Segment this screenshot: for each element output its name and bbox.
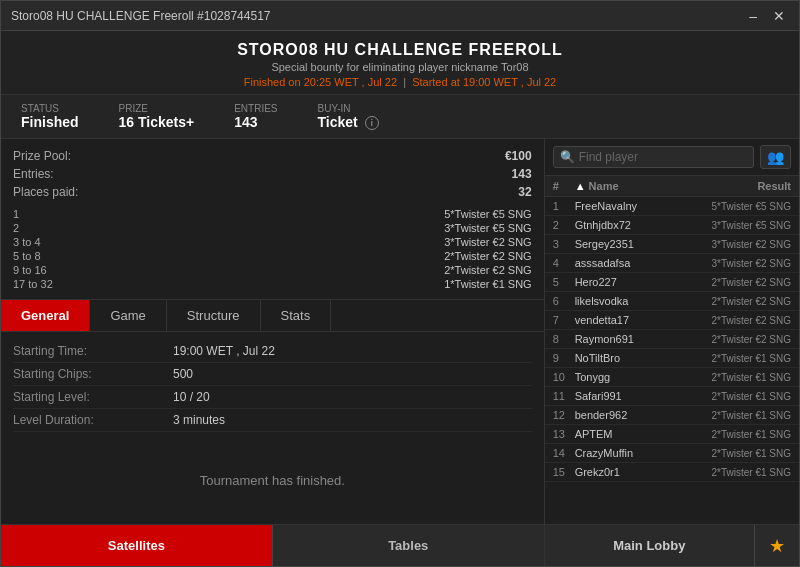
buyin-item: Buy-in Ticket i — [318, 103, 379, 130]
player-result: 3*Twister €5 SNG — [691, 220, 791, 231]
table-row[interactable]: 4asssadafsa3*Twister €2 SNG — [545, 254, 799, 273]
close-button[interactable]: ✕ — [769, 8, 789, 24]
player-result: 2*Twister €1 SNG — [691, 410, 791, 421]
player-name: bender962 — [575, 409, 691, 421]
general-value: 10 / 20 — [173, 390, 210, 404]
player-pos: 7 — [553, 314, 575, 326]
add-player-button[interactable]: 👥 — [760, 145, 791, 169]
prize-item: Prize 16 Tickets+ — [119, 103, 195, 130]
player-pos: 3 — [553, 238, 575, 250]
info-icon[interactable]: i — [365, 116, 379, 130]
place-row: 17 to 321*Twister €1 SNG — [13, 277, 532, 291]
minimize-button[interactable]: – — [745, 8, 761, 24]
table-row[interactable]: 3Sergey23513*Twister €2 SNG — [545, 235, 799, 254]
table-row[interactable]: 1FreeNavalny5*Twister €5 SNG — [545, 197, 799, 216]
favorite-button[interactable]: ★ — [755, 525, 799, 566]
player-result: 2*Twister €1 SNG — [691, 353, 791, 364]
buyin-value: Ticket i — [318, 114, 379, 130]
player-pos: 10 — [553, 371, 575, 383]
place-pos: 17 to 32 — [13, 278, 63, 290]
search-icon: 🔍 — [560, 150, 575, 164]
satellites-button[interactable]: Satellites — [1, 525, 273, 566]
player-name: CrazyMuffin — [575, 447, 691, 459]
tab-content-general: Starting Time:19:00 WET , Jul 22Starting… — [1, 332, 544, 436]
general-row: Level Duration:3 minutes — [13, 409, 532, 432]
table-row[interactable]: 9NoTiltBro2*Twister €1 SNG — [545, 349, 799, 368]
tab-general[interactable]: General — [1, 300, 90, 331]
player-result: 2*Twister €1 SNG — [691, 448, 791, 459]
player-result: 2*Twister €1 SNG — [691, 467, 791, 478]
player-result: 5*Twister €5 SNG — [691, 201, 791, 212]
buyin-label: Buy-in — [318, 103, 379, 114]
table-row[interactable]: 14CrazyMuffin2*Twister €1 SNG — [545, 444, 799, 463]
player-result: 2*Twister €2 SNG — [691, 334, 791, 345]
general-label: Starting Time: — [13, 344, 173, 358]
table-row[interactable]: 7vendetta172*Twister €2 SNG — [545, 311, 799, 330]
player-name: Grekz0r1 — [575, 466, 691, 478]
tables-button[interactable]: Tables — [273, 525, 544, 566]
search-input-wrap: 🔍 — [553, 146, 754, 168]
status-value: Finished — [21, 114, 79, 130]
right-panel: 🔍 👥 # ▲ Name Result 1FreeNavalny5*Twiste… — [545, 139, 799, 566]
player-pos: 5 — [553, 276, 575, 288]
main-lobby-button[interactable]: Main Lobby — [545, 525, 755, 566]
place-pos: 9 to 16 — [13, 264, 63, 276]
table-row[interactable]: 5Hero2272*Twister €2 SNG — [545, 273, 799, 292]
general-label: Starting Level: — [13, 390, 173, 404]
player-pos: 9 — [553, 352, 575, 364]
player-result: 2*Twister €1 SNG — [691, 391, 791, 402]
sort-arrow-icon: ▲ — [575, 180, 586, 192]
player-pos: 8 — [553, 333, 575, 345]
general-value: 19:00 WET , Jul 22 — [173, 344, 275, 358]
places-value: 32 — [518, 185, 531, 199]
player-name: Gtnhjdbx72 — [575, 219, 691, 231]
player-name: Tonygg — [575, 371, 691, 383]
prize-pool-value: €100 — [505, 149, 532, 163]
place-row: 9 to 162*Twister €2 SNG — [13, 263, 532, 277]
search-input[interactable] — [579, 150, 747, 164]
table-row[interactable]: 2Gtnhjdbx723*Twister €5 SNG — [545, 216, 799, 235]
right-bottom-bar: Main Lobby ★ — [545, 524, 799, 566]
tournament-title: STORO08 HU CHALLENGE FREEROLL — [1, 41, 799, 59]
general-value: 3 minutes — [173, 413, 225, 427]
tournament-time: Finished on 20:25 WET , Jul 22 | Started… — [1, 76, 799, 88]
place-row: 3 to 43*Twister €2 SNG — [13, 235, 532, 249]
table-row[interactable]: 10Tonygg2*Twister €1 SNG — [545, 368, 799, 387]
place-pos: 3 to 4 — [13, 236, 63, 248]
player-pos: 14 — [553, 447, 575, 459]
window-title: Storo08 HU CHALLENGE Freeroll #102874451… — [11, 9, 270, 23]
player-name: APTEM — [575, 428, 691, 440]
general-row: Starting Chips:500 — [13, 363, 532, 386]
tabs-bar: General Game Structure Stats — [1, 300, 544, 332]
tab-game[interactable]: Game — [90, 300, 166, 331]
table-row[interactable]: 12bender9622*Twister €1 SNG — [545, 406, 799, 425]
entries-label: Entries — [234, 103, 277, 114]
table-row[interactable]: 13APTEM2*Twister €1 SNG — [545, 425, 799, 444]
started-label: Started at — [412, 76, 460, 88]
prize-pool-label: Prize Pool: — [13, 149, 71, 163]
place-pos: 1 — [13, 208, 63, 220]
table-row[interactable]: 8Raymon6912*Twister €2 SNG — [545, 330, 799, 349]
general-row: Starting Level:10 / 20 — [13, 386, 532, 409]
finished-message: Tournament has finished. — [1, 436, 544, 524]
general-label: Starting Chips: — [13, 367, 173, 381]
window-controls: – ✕ — [745, 8, 789, 24]
entries-row: Entries: 143 — [13, 165, 532, 183]
player-pos: 15 — [553, 466, 575, 478]
player-pos: 2 — [553, 219, 575, 231]
title-bar: Storo08 HU CHALLENGE Freeroll #102874451… — [1, 1, 799, 31]
place-prize: 5*Twister €5 SNG — [444, 208, 531, 220]
table-row[interactable]: 6likelsvodka2*Twister €2 SNG — [545, 292, 799, 311]
tab-structure[interactable]: Structure — [167, 300, 261, 331]
table-row[interactable]: 11Safari9912*Twister €1 SNG — [545, 387, 799, 406]
place-prize: 3*Twister €5 SNG — [444, 222, 531, 234]
place-prize: 1*Twister €1 SNG — [444, 278, 531, 290]
places-row: Places paid: 32 — [13, 183, 532, 201]
player-pos: 11 — [553, 390, 575, 402]
tab-stats[interactable]: Stats — [261, 300, 332, 331]
table-row[interactable]: 15Grekz0r12*Twister €1 SNG — [545, 463, 799, 482]
col-name-header: ▲ Name — [575, 180, 691, 192]
place-pos: 5 to 8 — [13, 250, 63, 262]
player-result: 3*Twister €2 SNG — [691, 239, 791, 250]
prize-label: Prize — [119, 103, 195, 114]
